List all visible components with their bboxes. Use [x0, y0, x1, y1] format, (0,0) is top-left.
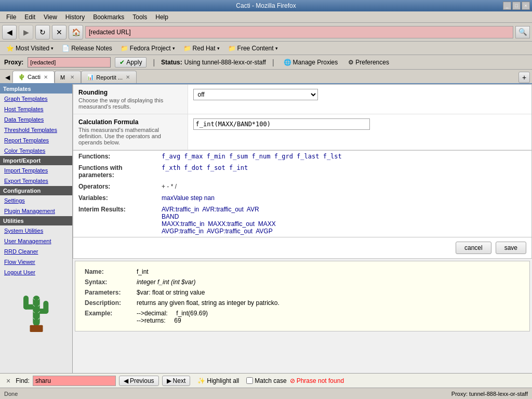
interim-row: Interim Results: AVR:traffic_in AVR:traf… [73, 204, 531, 237]
func-example-value: -->decimal: f_int(69.69) -->returns: 69 [132, 308, 524, 326]
calculation-input[interactable] [193, 118, 370, 130]
tab-gmail[interactable]: M ✕ [55, 71, 81, 83]
menu-bookmarks[interactable]: Bookmarks [89, 12, 128, 22]
forward-button[interactable]: ▶ [19, 25, 33, 39]
sidebar-item-user-management[interactable]: User Management [0, 236, 72, 246]
chevron-down-icon: ▾ [217, 46, 220, 51]
rounding-desc: Choose the way of displaying this measur… [78, 97, 182, 110]
tab-bar: ◀ 🌵 Cacti ✕ M ✕ 📊 Reportit ... ✕ + [0, 70, 532, 84]
svg-rect-4 [43, 301, 48, 314]
address-bar[interactable] [85, 26, 513, 38]
tab-close-button[interactable]: ✕ [125, 74, 131, 80]
menu-view[interactable]: View [39, 12, 61, 22]
sidebar-item-data-templates[interactable]: Data Templates [0, 114, 72, 125]
tab-scroll-left[interactable]: ◀ [2, 72, 12, 83]
proxy-bar: Proxy: ✔ Apply | Status: Using tunnel-88… [0, 55, 532, 70]
next-button[interactable]: ▶ Next [162, 376, 191, 386]
menu-tools[interactable]: Tools [128, 12, 151, 22]
sidebar-item-report-templates[interactable]: Report Templates [0, 135, 72, 145]
chevron-down-icon: ▾ [275, 46, 278, 51]
done-text: Done [4, 391, 18, 397]
sidebar-item-logout[interactable]: Logout User [0, 267, 72, 277]
bookmark-label: Red Hat [193, 45, 216, 52]
variables-text: maxValue step nan [162, 194, 215, 202]
match-case-checkbox[interactable] [246, 377, 253, 384]
maximize-button[interactable]: □ [512, 2, 521, 10]
sidebar-item-system-utilities[interactable]: System Utilities [0, 225, 72, 236]
chevron-down-icon: ▾ [51, 46, 54, 51]
button-row: cancel save [73, 237, 532, 259]
operators-row: Operators: + - * / [73, 181, 531, 192]
apply-button[interactable]: ✔ Apply [115, 57, 147, 68]
func-name-row: Name: f_int [81, 267, 524, 277]
example-decimal-row: -->decimal: f_int(69.69) [137, 310, 520, 317]
svg-rect-5 [30, 325, 43, 332]
proxy-status: Proxy: tunnel-888-lexx-or-staff [451, 391, 528, 397]
arrow-right-icon: ▶ [167, 377, 171, 384]
cacti-favicon: 🌵 [18, 74, 25, 81]
bookmark-label: Release Notes [71, 45, 112, 52]
variables-row: Variables: maxValue step nan [73, 192, 531, 204]
rounding-select[interactable]: off on [193, 89, 318, 100]
tab-close-button[interactable]: ✕ [43, 74, 49, 80]
sidebar-item-settings[interactable]: Settings [0, 195, 72, 206]
func-parameters-row: Parameters: $var: float or string value [81, 287, 524, 298]
find-close-button[interactable]: × [4, 377, 12, 385]
stop-button[interactable]: ✕ [52, 25, 66, 39]
func-syntax-row: Syntax: integer f_int (int $var) [81, 277, 524, 287]
sidebar-item-plugin-management[interactable]: Plugin Management [0, 206, 72, 216]
bookmark-free-content[interactable]: 📁 Free Content ▾ [225, 44, 281, 53]
bookmark-redhat[interactable]: 📁 Red Hat ▾ [180, 44, 223, 53]
bookmark-release-notes[interactable]: 📄 Release Notes [59, 44, 115, 53]
cancel-button[interactable]: cancel [456, 242, 491, 254]
not-found-text: Phrase not found [297, 377, 344, 384]
tab-close-button[interactable]: ✕ [69, 74, 75, 80]
content-area: Rounding Choose the way of displaying th… [73, 84, 532, 373]
save-button[interactable]: save [496, 242, 526, 254]
home-button[interactable]: 🏠 [69, 25, 83, 39]
menu-edit[interactable]: Edit [20, 12, 39, 22]
menu-help[interactable]: Help [151, 12, 172, 22]
functions-text: f_avg f_max f_min f_sum f_num f_grd f_la… [162, 153, 342, 160]
interim-value: AVR:traffic_in AVR:traffic_out AVR BAND … [156, 204, 531, 237]
proxy-icon: 🌐 [284, 59, 291, 66]
search-button[interactable]: 🔍 [515, 26, 530, 38]
sidebar-item-rrd-cleaner[interactable]: RRD Cleaner [0, 246, 72, 257]
refresh-button[interactable]: ↻ [35, 25, 50, 39]
new-tab-button[interactable]: + [518, 72, 530, 83]
sidebar-item-threshold-templates[interactable]: Threshold Templates [0, 125, 72, 135]
sidebar-header-configuration: Configuration [0, 186, 72, 195]
sidebar-item-host-templates[interactable]: Host Templates [0, 104, 72, 114]
highlight-all-button[interactable]: ✨ Highlight all [193, 376, 243, 385]
preferences-button[interactable]: ⚙ Preferences [345, 58, 392, 67]
match-case-label: Match case [246, 377, 286, 384]
functions-params-value: f_xth f_dot f_sot f_int [156, 162, 531, 181]
menu-file[interactable]: File [2, 12, 20, 22]
proxy-input[interactable] [28, 57, 111, 68]
minimize-button[interactable]: _ [503, 2, 511, 10]
nav-toolbar: ◀ ▶ ↻ ✕ 🏠 🔍 [0, 23, 532, 42]
menu-history[interactable]: History [61, 12, 89, 22]
tab-reportit[interactable]: 📊 Reportit ... ✕ [81, 71, 137, 83]
sidebar-item-graph-templates[interactable]: Graph Templates [0, 94, 72, 104]
sidebar-item-color-templates[interactable]: Color Templates [0, 145, 72, 156]
back-button[interactable]: ◀ [2, 25, 17, 39]
example-returns-row: -->returns: 69 [137, 317, 520, 324]
bookmark-most-visited[interactable]: ⭐ Most Visited ▾ [3, 44, 57, 53]
find-input[interactable] [33, 376, 116, 386]
previous-label: Previous [130, 377, 154, 384]
sidebar-item-import-templates[interactable]: Import Templates [0, 165, 72, 176]
previous-button[interactable]: ◀ Previous [119, 376, 159, 386]
manage-proxies-button[interactable]: 🌐 Manage Proxies [281, 58, 341, 67]
interim-label: Interim Results: [73, 204, 156, 237]
find-label: Find: [16, 377, 30, 384]
next-label: Next [173, 377, 186, 384]
tab-favicon: M [60, 74, 65, 81]
bookmark-icon: ⭐ [6, 45, 14, 52]
bookmark-fedora[interactable]: 📁 Fedora Project ▾ [117, 44, 178, 53]
close-button[interactable]: × [522, 2, 530, 10]
tab-cacti[interactable]: 🌵 Cacti ✕ [12, 71, 55, 83]
sidebar-item-flow-viewer[interactable]: Flow Viewer [0, 257, 72, 267]
sidebar-item-export-templates[interactable]: Export Templates [0, 176, 72, 186]
function-info-box: Name: f_int Syntax: integer f_int (int $… [75, 261, 530, 331]
